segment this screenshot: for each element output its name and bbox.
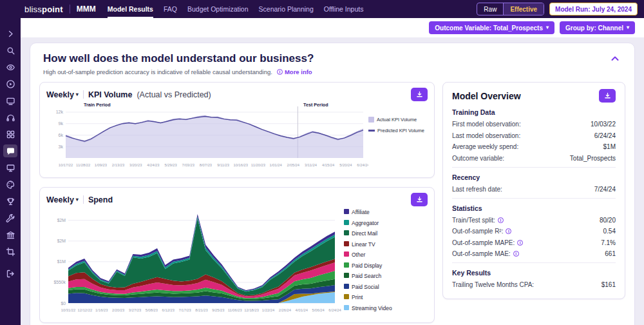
- raw-toggle-button[interactable]: Raw: [477, 3, 503, 15]
- monitor-icon[interactable]: [3, 161, 17, 174]
- svg-text:9/11/23: 9/11/23: [217, 163, 229, 167]
- nav-offline-inputs[interactable]: Offline Inputs: [324, 0, 364, 18]
- brand-logo[interactable]: blisspoint: [24, 5, 63, 14]
- model-run-button[interactable]: Model Run: July 24, 2024: [549, 3, 638, 15]
- grid-icon[interactable]: [3, 128, 17, 141]
- legend-item: Linear TV: [344, 241, 416, 248]
- model-overview-title: Model Overview: [452, 91, 521, 101]
- svg-text:5/06/24: 5/06/24: [312, 308, 325, 312]
- play-icon[interactable]: [3, 77, 17, 90]
- search-icon[interactable]: [3, 44, 17, 57]
- brand-bold: point: [42, 5, 63, 14]
- svg-text:3k: 3k: [59, 144, 64, 149]
- svg-text:1/22/24: 1/22/24: [262, 308, 275, 312]
- divider: [83, 90, 84, 99]
- table-row: Train/Test split: 80/20: [452, 217, 616, 224]
- svg-text:5/29/23: 5/29/23: [164, 163, 176, 167]
- spend-chart[interactable]: $0$550k$1M$2M$2M10/31/2212/12/221/16/232…: [46, 206, 344, 319]
- actual-swatch: [368, 117, 374, 123]
- svg-text:2/13/23: 2/13/23: [112, 163, 124, 167]
- svg-text:10/16/23: 10/16/23: [233, 163, 248, 167]
- download-icon: [415, 90, 424, 99]
- collapse-panel-button[interactable]: [609, 52, 621, 67]
- kpi-volume-chart[interactable]: 3k6k9k12k10/17/2211/28/221/09/232/13/233…: [46, 101, 368, 173]
- svg-text:9k: 9k: [59, 121, 64, 126]
- svg-text:12k: 12k: [56, 110, 64, 114]
- download-kpi-chart-button[interactable]: [411, 88, 428, 101]
- palette-icon[interactable]: [3, 178, 17, 191]
- group-by-label: Group by: Channel: [565, 25, 623, 32]
- info-icon[interactable]: [498, 217, 504, 223]
- svg-text:11/20/23: 11/20/23: [251, 163, 265, 167]
- section-title: Training Data: [452, 108, 616, 116]
- svg-text:$1M: $1M: [57, 259, 66, 264]
- kpi-volume-card: Weekly KPI Volume (Actual vs Predicted) …: [39, 82, 435, 178]
- spend-chart-title: Spend: [88, 195, 113, 204]
- svg-text:5/20/24: 5/20/24: [339, 163, 352, 167]
- svg-text:8/07/23: 8/07/23: [200, 163, 212, 167]
- chevron-up-icon: [610, 54, 620, 64]
- headphones-icon[interactable]: [3, 111, 17, 124]
- table-row: Out-of-sample MAE: 661: [452, 250, 616, 257]
- svg-text:3/11/24: 3/11/24: [305, 163, 317, 167]
- legend-item: Paid Search: [344, 273, 416, 279]
- svg-text:7/03/23: 7/03/23: [182, 163, 194, 167]
- model-overview-card: Model Overview Training Data First model…: [442, 82, 625, 299]
- logout-icon[interactable]: [3, 267, 17, 280]
- nav-scenario-planning[interactable]: Scenario Planning: [259, 0, 314, 18]
- section-title: Statistics: [452, 204, 616, 212]
- chat-icon[interactable]: [3, 144, 17, 157]
- eye-icon[interactable]: [3, 61, 17, 74]
- library-icon[interactable]: [3, 228, 17, 241]
- predicted-swatch: [368, 130, 375, 132]
- kpi-legend: Actual KPI Volume Predicted KPI Volume: [368, 101, 425, 133]
- svg-text:3/20/23: 3/20/23: [129, 163, 142, 167]
- page-title: How well does the model understand our b…: [43, 52, 314, 65]
- outcome-variable-dropdown[interactable]: Outcome Variable: Total_Prospects: [429, 21, 554, 34]
- spend-legend: Affiliate Aggregator Direct Mail Linear …: [344, 206, 416, 311]
- more-info-link[interactable]: More info: [277, 68, 312, 75]
- wrench-icon[interactable]: [3, 212, 17, 224]
- caret-down-icon: [546, 25, 549, 30]
- nav-model-results[interactable]: Model Results: [108, 0, 153, 18]
- svg-text:8/21/23: 8/21/23: [195, 308, 207, 312]
- svg-text:1/09/23: 1/09/23: [95, 163, 107, 167]
- main-content: Outcome Variable: Total_Prospects Group …: [21, 18, 644, 325]
- svg-text:10/17/22: 10/17/22: [59, 163, 73, 167]
- section-title: Key Results: [452, 269, 616, 277]
- svg-text:1/16/23: 1/16/23: [95, 308, 108, 312]
- panel-header: How well does the model understand our b…: [38, 51, 627, 82]
- crop-icon[interactable]: [3, 245, 17, 258]
- caret-down-icon: [627, 25, 629, 30]
- topbar: blisspoint MMM Model Results FAQ Budget …: [0, 0, 644, 18]
- download-overview-button[interactable]: [599, 89, 616, 103]
- caret-down-icon: [76, 92, 79, 97]
- info-icon[interactable]: [517, 240, 523, 246]
- group-by-dropdown[interactable]: Group by: Channel: [560, 21, 635, 34]
- trophy-icon[interactable]: [3, 195, 17, 208]
- table-row: Trailing Twelve Months CPA: $161: [452, 281, 616, 288]
- effective-toggle-button[interactable]: Effective: [503, 3, 544, 15]
- expand-icon[interactable]: [3, 27, 17, 40]
- nav-faq[interactable]: FAQ: [164, 0, 177, 18]
- legend-item: Aggregator: [344, 220, 416, 226]
- icon-sidebar: [0, 0, 21, 325]
- spend-frequency-dropdown[interactable]: Weekly: [46, 195, 79, 204]
- divider: [83, 195, 84, 204]
- svg-text:12/18/23: 12/18/23: [244, 308, 259, 312]
- svg-text:7/17/23: 7/17/23: [178, 308, 191, 312]
- table-row: Out-of-sample MAPE: 7.1%: [452, 239, 616, 246]
- table-row: First model observation: 10/03/22: [452, 121, 616, 128]
- info-icon[interactable]: [513, 251, 519, 257]
- info-icon[interactable]: [506, 228, 511, 234]
- svg-text:4/01/24: 4/01/24: [296, 308, 308, 312]
- svg-text:Test Period: Test Period: [303, 102, 328, 108]
- download-spend-chart-button[interactable]: [411, 193, 428, 206]
- nav-budget-optimization[interactable]: Budget Optimization: [187, 0, 249, 18]
- svg-text:$550k: $550k: [53, 280, 66, 284]
- svg-text:2/05/24: 2/05/24: [287, 163, 300, 167]
- kpi-frequency-dropdown[interactable]: Weekly: [46, 90, 79, 99]
- svg-text:11/06/23: 11/06/23: [228, 308, 242, 312]
- model-run-label: Model Run: July 24, 2024: [555, 6, 632, 13]
- cast-icon[interactable]: [3, 94, 17, 107]
